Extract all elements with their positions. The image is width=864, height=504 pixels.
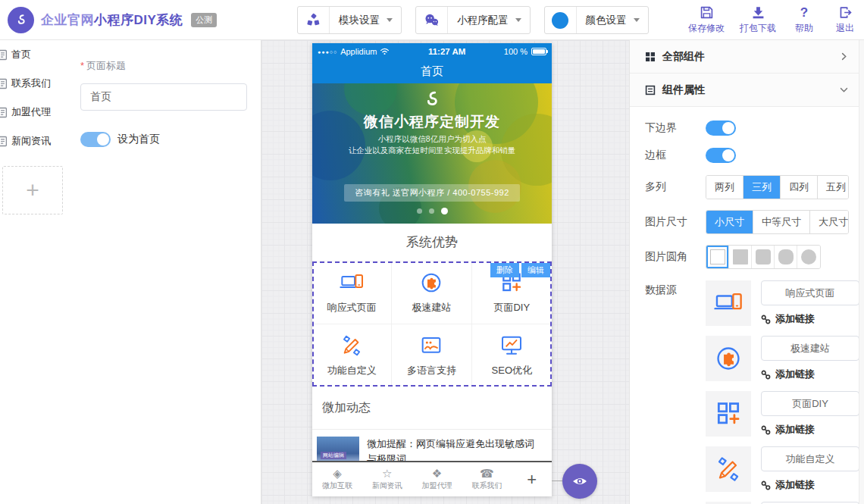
feature-cell-responsive[interactable]: 响应式页面 bbox=[312, 261, 392, 324]
feature-cell-custom[interactable]: 功能自定义 bbox=[312, 324, 392, 387]
radius-option-circle[interactable] bbox=[797, 246, 820, 268]
hero-cta-button[interactable]: 咨询有礼 送官网小程序 / 400-0755-992 bbox=[344, 184, 520, 202]
set-home-row: 设为首页 bbox=[80, 132, 247, 147]
edit-component-button[interactable]: 编辑 bbox=[521, 263, 550, 277]
carousel-dot[interactable] bbox=[429, 208, 434, 214]
module-settings-button[interactable]: 模块设置 bbox=[297, 6, 402, 34]
img-size-large[interactable]: 大尺寸 bbox=[810, 211, 849, 233]
radius-option-rounded[interactable] bbox=[752, 246, 775, 268]
sidebar-item-home[interactable]: 首页 bbox=[0, 40, 67, 69]
img-radius-group bbox=[706, 245, 821, 269]
delete-component-button[interactable]: 删除 bbox=[490, 263, 519, 277]
app-title: 企业官网小程序DIY系统 bbox=[41, 11, 183, 29]
phone-icon: ☎ bbox=[480, 468, 494, 479]
feature-label: SEO优化 bbox=[492, 364, 532, 377]
radius-option-square[interactable] bbox=[729, 246, 752, 268]
border-row: 边框 bbox=[645, 148, 849, 163]
plus-icon: + bbox=[26, 177, 39, 203]
radius-option-none-selected[interactable] bbox=[706, 246, 729, 268]
datasource-name-input[interactable] bbox=[761, 280, 859, 305]
columns-segmented: 两列 三列 四列 五列 bbox=[706, 175, 849, 199]
link-icon bbox=[761, 425, 771, 435]
tab-label: 加盟代理 bbox=[422, 481, 452, 491]
columns-option-4[interactable]: 四列 bbox=[781, 176, 818, 199]
page-icon bbox=[0, 78, 8, 89]
sidebar-item-news[interactable]: 新闻资讯 bbox=[0, 127, 67, 155]
sidebar-item-contact[interactable]: 联系我们 bbox=[0, 69, 67, 98]
add-link-button[interactable]: 添加链接 bbox=[761, 312, 859, 326]
carrier-label: Applidium bbox=[340, 47, 377, 56]
canvas-workspace: ●●●○○ Applidium 11:27 AM 100 % 首页 微信小程序定… bbox=[261, 40, 629, 504]
link-icon bbox=[761, 481, 771, 490]
tab-contact[interactable]: ☎ 联系我们 bbox=[462, 462, 512, 496]
columns-option-3-selected[interactable]: 三列 bbox=[743, 176, 781, 199]
hero-banner[interactable]: 微信小程序定制开发 小程序以微信8亿用户为切入点 让企业以及商家在短时间里实现提… bbox=[312, 83, 552, 224]
help-button[interactable]: ? 帮助 bbox=[791, 5, 817, 35]
datasource-row: 数据源 添加链接 bbox=[645, 280, 849, 504]
feature-label: 功能自定义 bbox=[327, 364, 377, 377]
bottom-border-label: 下边界 bbox=[645, 121, 706, 135]
all-components-header[interactable]: 全部组件 bbox=[630, 40, 864, 74]
exit-label: 退出 bbox=[836, 22, 854, 35]
add-link-button[interactable]: 添加链接 bbox=[761, 368, 859, 381]
inspector-panel: 全部组件 组件属性 下边界 边框 多列 两列 三列 四列 五列 图片尺寸 bbox=[629, 40, 864, 504]
carousel-dot-active[interactable] bbox=[441, 208, 448, 214]
tab-news[interactable]: ☆ 新闻资讯 bbox=[362, 462, 412, 496]
img-size-small-selected[interactable]: 小尺寸 bbox=[706, 211, 753, 233]
multi-language-icon bbox=[419, 333, 443, 358]
img-size-medium[interactable]: 中等尺寸 bbox=[753, 211, 810, 233]
border-toggle[interactable] bbox=[706, 148, 736, 163]
save-button[interactable]: 保存修改 bbox=[688, 5, 725, 35]
save-icon bbox=[700, 5, 714, 20]
seo-icon bbox=[499, 333, 524, 358]
advantages-section-title: 系统优势 bbox=[312, 224, 552, 261]
datasource-item: 添加链接 bbox=[706, 391, 859, 437]
download-button[interactable]: 打包下载 bbox=[740, 5, 776, 35]
exit-button[interactable]: 退出 bbox=[832, 5, 858, 35]
tab-agency[interactable]: ❖ 加盟代理 bbox=[412, 462, 462, 496]
news-thumb-caption: 网站编辑 bbox=[321, 452, 346, 459]
datasource-name-input[interactable] bbox=[761, 446, 859, 471]
tab-weijia[interactable]: ◈ 微加互联 bbox=[312, 462, 362, 496]
columns-option-5[interactable]: 五列 bbox=[818, 176, 849, 199]
sidebar-item-agency[interactable]: 加盟代理 bbox=[0, 98, 67, 127]
columns-option-2[interactable]: 两列 bbox=[706, 176, 743, 199]
feature-cell-speed[interactable]: 极速建站 bbox=[392, 261, 471, 324]
brand-logo-icon bbox=[8, 7, 34, 33]
radius-option-more-rounded[interactable] bbox=[775, 246, 797, 268]
tabbar-add-button[interactable]: + bbox=[512, 462, 552, 496]
help-label: 帮助 bbox=[795, 22, 813, 35]
phone-nav-bar: 首页 bbox=[312, 60, 552, 83]
add-page-button[interactable]: + bbox=[2, 166, 63, 214]
preview-button[interactable] bbox=[562, 464, 597, 499]
wechat-icon bbox=[416, 7, 448, 33]
tab-label: 联系我们 bbox=[471, 481, 502, 491]
feature-cell-seo[interactable]: SEO优化 bbox=[472, 324, 552, 387]
page-title-input[interactable] bbox=[80, 83, 247, 111]
set-home-toggle[interactable] bbox=[80, 132, 111, 147]
carousel-dot[interactable] bbox=[417, 208, 422, 214]
set-home-label: 设为首页 bbox=[117, 133, 160, 146]
miniprogram-config-button[interactable]: 小程序配置 bbox=[415, 6, 531, 34]
color-settings-label: 颜色设置 bbox=[577, 14, 634, 27]
hero-subtitle-2: 让企业以及商家在短时间里实现提升品牌和销量 bbox=[312, 146, 552, 156]
tab-label: 微加互联 bbox=[322, 481, 352, 491]
feature-grid-component[interactable]: 响应式页面 极速建站 页面DIY 功能自定义 多语言支持 SEO优化 bbox=[312, 261, 552, 387]
component-props-header[interactable]: 组件属性 bbox=[630, 74, 864, 107]
add-link-button[interactable]: 添加链接 bbox=[761, 478, 859, 492]
tags-icon: ❖ bbox=[432, 468, 442, 479]
responsive-icon bbox=[340, 271, 364, 295]
inspector-scrollbar[interactable] bbox=[859, 40, 864, 504]
page-list-sidebar: 首页 联系我们 加盟代理 新闻资讯 + bbox=[0, 40, 67, 504]
miniprogram-config-label: 小程序配置 bbox=[448, 14, 515, 27]
speed-build-icon bbox=[706, 336, 751, 381]
header-menus: 模块设置 小程序配置 颜色设置 bbox=[297, 6, 649, 34]
color-settings-button[interactable]: 颜色设置 bbox=[544, 6, 649, 34]
bottom-border-toggle[interactable] bbox=[706, 121, 736, 136]
datasource-label: 数据源 bbox=[645, 280, 706, 297]
feature-cell-multilang[interactable]: 多语言支持 bbox=[392, 324, 471, 387]
eye-icon bbox=[571, 473, 588, 490]
add-link-button[interactable]: 添加链接 bbox=[761, 423, 859, 437]
datasource-name-input[interactable] bbox=[761, 336, 859, 361]
datasource-name-input[interactable] bbox=[761, 391, 859, 416]
